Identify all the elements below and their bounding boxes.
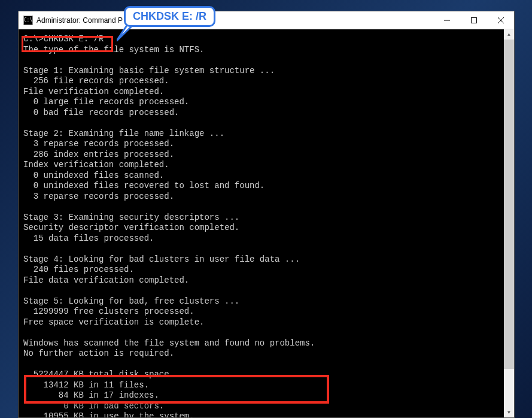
command-text: CHKDSK E: /R	[44, 34, 104, 44]
output-line: 0 KB in bad sectors.	[23, 401, 164, 411]
svg-rect-1	[471, 17, 476, 23]
output-line: 1299999 free clusters processed.	[23, 307, 194, 316]
terminal-output[interactable]: C:\>CHKDSK E: /R The type of the file sy…	[19, 29, 514, 417]
output-line: File data verification completed.	[23, 275, 189, 285]
output-line: 84 KB in 17 indexes.	[23, 390, 159, 400]
output-line: 15 data files processed.	[23, 234, 154, 243]
scrollbar-down-arrow-icon[interactable]: ▼	[504, 407, 514, 417]
output-line: Stage 5: Looking for bad, free clusters …	[23, 296, 239, 306]
command-prompt-window: C:\ Administrator: Command P C:\>CHKDSK …	[18, 11, 515, 418]
output-line: 286 index entries processed.	[23, 150, 174, 159]
vertical-scrollbar[interactable]: ▲ ▼	[504, 29, 514, 417]
output-line: Stage 3: Examining security descriptors …	[23, 213, 239, 222]
output-line: Free space verification is complete.	[23, 317, 204, 327]
output-line: 0 unindexed files recovered to lost and …	[23, 181, 265, 190]
minimize-button[interactable]	[433, 11, 460, 29]
output-line: 0 bad file records processed.	[23, 108, 179, 117]
output-line: 240 files processed.	[23, 265, 134, 274]
scrollbar-up-arrow-icon[interactable]: ▲	[504, 29, 514, 40]
close-button[interactable]	[487, 11, 514, 29]
output-line: 0 unindexed files scanned.	[23, 171, 164, 180]
result-line: No further action is required.	[23, 349, 174, 358]
callout-text: CHKDSK E: /R	[133, 10, 206, 22]
result-line: Windows has scanned the file system and …	[23, 338, 315, 348]
output-line: Index verification completed.	[23, 160, 169, 169]
output-line: File verification completed.	[23, 87, 164, 96]
output-line: Stage 1: Examining basic file system str…	[23, 66, 275, 75]
output-line: Stage 2: Examining file name linkage ...	[23, 129, 224, 138]
window-title: Administrator: Command P	[37, 16, 433, 25]
output-line: Security descriptor verification complet…	[23, 223, 239, 232]
output-line: 0 large file records processed.	[23, 97, 189, 107]
maximize-button[interactable]	[460, 11, 487, 29]
output-line: The type of the file system is NTFS.	[23, 45, 204, 54]
output-line: 256 file records processed.	[23, 76, 169, 86]
titlebar[interactable]: C:\ Administrator: Command P	[19, 11, 514, 29]
callout-bubble: CHKDSK E: /R	[124, 6, 215, 27]
cmd-icon: C:\	[23, 16, 33, 25]
scrollbar-thumb[interactable]	[504, 40, 514, 369]
output-line: 3 reparse records processed.	[23, 192, 174, 201]
prompt: C:\>	[23, 34, 44, 44]
output-line: 5224447 KB total disk space.	[23, 369, 174, 379]
window-controls	[433, 11, 514, 29]
output-line: Stage 4: Looking for bad clusters in use…	[23, 255, 300, 264]
output-line: 13412 KB in 11 files.	[23, 380, 149, 390]
output-line: 3 reparse records processed.	[23, 139, 174, 149]
output-line: 10955 KB in use by the system.	[23, 411, 194, 417]
